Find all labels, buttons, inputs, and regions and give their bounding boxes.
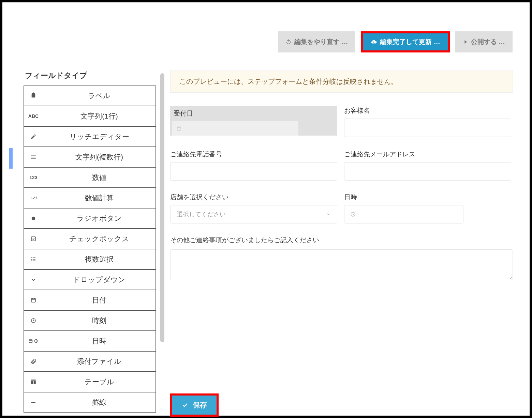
store-placeholder: 選択してください: [177, 210, 226, 218]
complete-update-label: 編集完了して更新 …: [380, 37, 440, 46]
highlight-complete: 編集完了して更新 …: [361, 31, 449, 52]
datetime-icon: [24, 339, 43, 343]
store-select[interactable]: 選択してください: [170, 205, 337, 223]
datetime-input[interactable]: [344, 205, 463, 223]
datetime-label: 日時: [344, 193, 463, 202]
field-type-hr[interactable]: 罫線: [24, 392, 156, 413]
minus-icon: [24, 399, 43, 405]
field-label: ラジオボタン: [43, 214, 156, 223]
svg-point-2: [31, 257, 32, 258]
field-type-attachment[interactable]: 添付ファイル: [24, 351, 156, 372]
top-toolbar: 編集をやり直す … 編集完了して更新 … 公開する …: [278, 31, 513, 52]
field-label: リッチエディター: [43, 132, 156, 141]
field-label: ドロップダウン: [43, 275, 156, 284]
phone-input[interactable]: [170, 162, 337, 181]
field-label: 文字列(1行): [43, 111, 156, 121]
field-label: 文字列(複数行): [43, 152, 156, 162]
store-label: 店舗を選択ください: [170, 193, 337, 202]
bars-icon: [24, 154, 43, 160]
table-icon: [24, 379, 43, 385]
field-label: 数値計算: [43, 193, 156, 203]
field-type-time[interactable]: 時刻: [24, 310, 156, 331]
field-label: 添付ファイル: [43, 357, 156, 366]
phone-label: ご連絡先電話番号: [170, 150, 337, 159]
sidebar-title: フィールドタイプ: [24, 71, 156, 81]
field-label: 罫線: [43, 398, 156, 407]
save-button[interactable]: 保存: [172, 396, 217, 415]
svg-rect-12: [31, 402, 35, 403]
field-type-text-multi[interactable]: 文字列(複数行): [24, 147, 156, 167]
check-icon: [182, 402, 189, 408]
reception-date-label: 受付日: [170, 106, 337, 118]
svg-rect-13: [177, 127, 181, 130]
svg-point-6: [31, 260, 32, 261]
redo-edit-label: 編集をやり直す …: [294, 37, 348, 46]
field-type-multiselect[interactable]: 複数選択: [24, 249, 156, 269]
notes-label: その他ご連絡事項がございましたらご記入ください: [170, 236, 513, 245]
list-icon: [24, 256, 43, 262]
field-type-text-single[interactable]: ABC 文字列(1行): [24, 106, 156, 126]
field-label: 時刻: [43, 316, 156, 325]
field-label: 数値: [43, 173, 156, 182]
svg-rect-1: [31, 237, 35, 241]
field-label: テーブル: [43, 377, 156, 387]
check-icon: [24, 236, 43, 242]
clock-icon: [350, 211, 356, 217]
undo-icon: [285, 39, 292, 45]
active-row-marker: [9, 148, 13, 169]
calendar-icon: [176, 126, 182, 131]
email-input[interactable]: [344, 162, 511, 181]
field-type-dropdown[interactable]: ドロップダウン: [24, 269, 156, 290]
calc-icon: +-*/: [24, 196, 43, 201]
play-icon: [463, 39, 468, 45]
notes-textarea[interactable]: [170, 249, 513, 280]
field-type-date[interactable]: 日付: [24, 290, 156, 310]
customer-name-input[interactable]: [344, 119, 511, 137]
svg-rect-7: [33, 261, 35, 261]
field-type-label[interactable]: ラベル: [24, 86, 156, 106]
svg-rect-8: [31, 298, 35, 302]
svg-rect-3: [33, 258, 35, 258]
field-label: 日付: [43, 295, 156, 305]
field-type-sidebar: フィールドタイプ ラベル ABC 文字列(1行) リッチエディター 文字列(複数…: [24, 71, 156, 413]
field-label: ラベル: [43, 91, 156, 100]
reception-date-input: [172, 121, 298, 136]
svg-point-0: [32, 217, 35, 220]
preview-notice: このプレビューには、ステップフォームと条件分岐は反映されません。: [170, 71, 513, 93]
complete-update-button[interactable]: 編集完了して更新 …: [363, 33, 447, 50]
field-type-checkbox[interactable]: チェックボックス: [24, 229, 156, 249]
email-label: ご連絡先メールアドレス: [344, 150, 511, 159]
pencil-icon: [24, 134, 43, 140]
redo-edit-button[interactable]: 編集をやり直す …: [278, 31, 355, 52]
123-icon: 123: [24, 175, 43, 180]
field-type-radio[interactable]: ラジオボタン: [24, 208, 156, 229]
field-type-number[interactable]: 123 数値: [24, 167, 156, 188]
svg-point-4: [31, 259, 32, 260]
abc-icon: ABC: [24, 113, 43, 119]
highlight-save: 保存: [170, 393, 219, 417]
field-type-rich-editor[interactable]: リッチエディター: [24, 126, 156, 147]
field-label: チェックボックス: [43, 234, 156, 244]
svg-rect-5: [33, 259, 35, 260]
radio-icon: [24, 215, 43, 221]
field-type-table[interactable]: テーブル: [24, 372, 156, 392]
field-label: 日時: [43, 336, 156, 346]
customer-name-label: お客様名: [344, 106, 511, 115]
cloud-upload-icon: [370, 39, 377, 45]
field-label: 複数選択: [43, 254, 156, 264]
chevron-down-icon: [24, 277, 43, 283]
svg-rect-10: [29, 340, 32, 343]
chevron-down-icon: [326, 212, 331, 217]
sidebar-scrollbar[interactable]: [160, 73, 164, 342]
clock-icon: [24, 318, 43, 324]
paperclip-icon: [24, 358, 43, 365]
form-preview: このプレビューには、ステップフォームと条件分岐は反映されません。 受付日 お客様…: [170, 71, 513, 281]
save-label: 保存: [193, 400, 207, 410]
tag-icon: [24, 92, 43, 99]
field-type-datetime[interactable]: 日時: [24, 331, 156, 351]
publish-button[interactable]: 公開する …: [455, 31, 513, 52]
calendar-icon: [24, 297, 43, 303]
field-type-calc[interactable]: +-*/ 数値計算: [24, 188, 156, 208]
publish-label: 公開する …: [471, 37, 505, 46]
